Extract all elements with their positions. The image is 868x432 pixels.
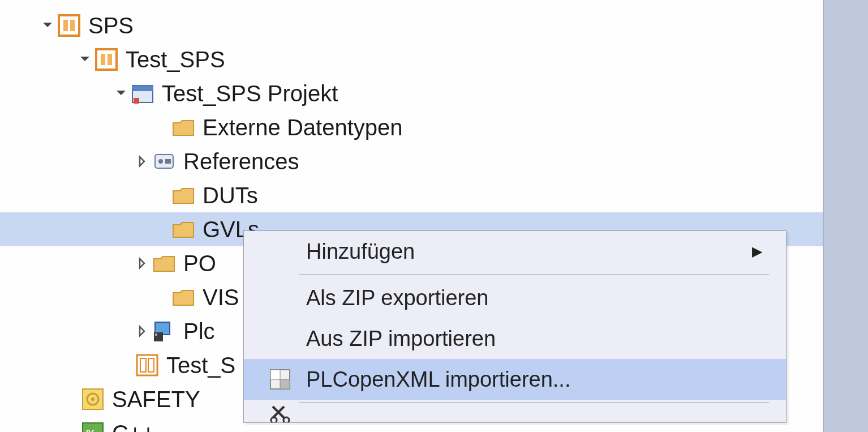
project-window-icon [129,80,156,107]
panel-divider[interactable] [823,0,868,432]
menu-label: PLCopenXML importieren... [299,367,769,392]
svg-rect-16 [140,358,146,372]
svg-rect-25 [280,379,290,389]
tree-label: Test_SPS Projekt [162,81,338,106]
tree-node-test-sps[interactable]: Test_SPS [0,42,823,76]
plc-chip-icon [55,12,83,39]
svg-point-27 [283,417,289,422]
svg-rect-0 [59,15,79,36]
svg-rect-2 [70,20,75,31]
tree-node-project[interactable]: Test_SPS Projekt [0,76,823,110]
tree-node-duts[interactable]: DUTs [0,178,823,212]
svg-rect-5 [108,54,112,65]
tree-label: Plc [183,319,215,344]
tree-label: Externe Datentypen [203,115,403,140]
tree-label: DUTs [203,183,258,208]
collapse-icon[interactable] [40,19,55,32]
svg-rect-11 [165,159,171,164]
plc-instance-icon [134,352,161,379]
svg-rect-17 [148,358,154,372]
svg-rect-3 [96,49,117,70]
expand-icon[interactable] [135,325,151,337]
folder-icon [170,216,197,243]
folder-icon [151,250,178,277]
svg-point-26 [271,417,277,422]
svg-rect-14 [155,333,157,336]
svg-point-10 [158,159,163,164]
menu-item-zip-import[interactable]: Aus ZIP importieren [244,318,786,359]
expand-icon[interactable] [135,257,151,270]
svg-rect-24 [270,370,280,379]
xml-import-icon [261,367,299,391]
folder-icon [170,182,197,209]
tree-label: Test_SPS [126,47,225,72]
svg-rect-4 [101,54,105,65]
svg-point-20 [91,397,94,401]
scissors-icon [261,405,299,422]
folder-icon [170,284,197,311]
menu-separator [299,274,769,275]
svg-rect-8 [134,98,139,104]
project-tree: SPS Test_SPS Test_SPS Projekt [0,0,823,432]
tree-label: SAFETY [112,387,200,412]
tree-label: SPS [88,13,134,39]
menu-item-plcopen-import[interactable]: PLCopenXML importieren... [244,359,786,400]
expand-icon[interactable] [135,155,151,168]
tree-label: VIS [203,285,239,310]
task-config-icon [151,318,178,345]
folder-icon [170,114,197,141]
cpp-icon: % [79,420,106,432]
collapse-icon[interactable] [77,53,93,66]
menu-label: Aus ZIP importieren [299,327,769,351]
tree-node-ext-dt[interactable]: Externe Datentypen [0,110,823,144]
menu-label: Hinzufügen [299,239,752,264]
tree-label: Test_S [166,353,235,378]
menu-item-add[interactable]: Hinzufügen ▶ [244,231,786,272]
plc-chip-icon [93,46,120,73]
menu-label: Als ZIP exportieren [299,286,769,310]
tree-label: C++ [112,421,155,433]
tree-label: References [183,149,299,174]
svg-rect-7 [132,85,153,91]
tree-node-sps[interactable]: SPS [0,8,823,42]
menu-separator [299,402,769,403]
submenu-arrow-icon: ▶ [752,243,769,259]
references-icon [151,148,178,175]
menu-item-zip-export[interactable]: Als ZIP exportieren [244,277,786,318]
context-menu: Hinzufügen ▶ Als ZIP exportieren Aus ZIP… [243,230,787,423]
tree-label: PO [183,251,216,276]
tree-node-references[interactable]: References [0,144,823,178]
collapse-icon[interactable] [113,87,129,100]
menu-item-cut[interactable] [244,405,786,422]
safety-gear-icon [79,386,106,413]
svg-text:%: % [86,427,96,432]
svg-rect-1 [63,20,68,31]
